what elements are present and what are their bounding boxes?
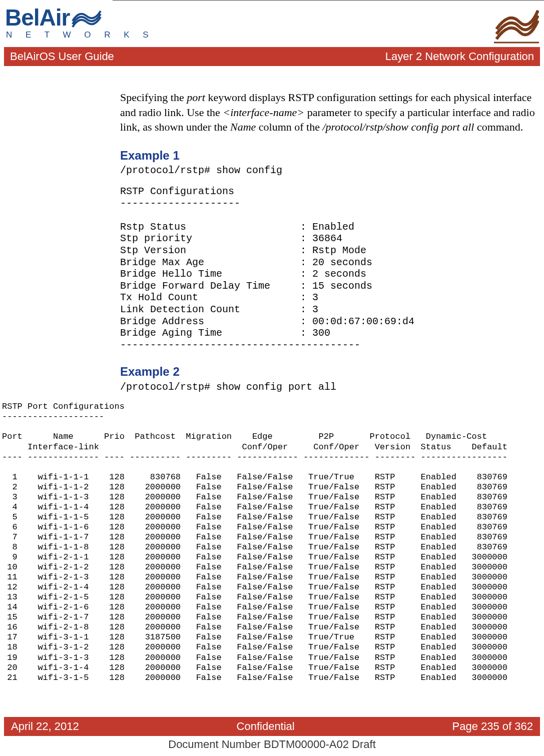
title-bar: BelAirOS User Guide Layer 2 Network Conf… (4, 47, 540, 66)
brand-logo: BelAir N E T W O R K S (5, 4, 154, 40)
page-header: BelAir N E T W O R K S (0, 0, 544, 44)
corner-wave-icon (494, 7, 539, 44)
example2-command: /protocol/rstp# show config port all (120, 381, 538, 393)
brand-name: BelAir (5, 4, 70, 31)
footer-confidential: Confidential (237, 720, 295, 733)
example1-heading: Example 1 (120, 148, 538, 164)
intro-paragraph: Specifying the port keyword displays RST… (120, 90, 538, 135)
footer-page: Page 235 of 362 (452, 720, 533, 733)
rstp-port-table: RSTP Port Configurations ---------------… (0, 393, 544, 682)
example1-command: /protocol/rstp# show config (120, 165, 538, 177)
section-title: Layer 2 Network Configuration (385, 50, 534, 63)
footer-bar: April 22, 2012 Confidential Page 235 of … (4, 717, 540, 736)
footer-date: April 22, 2012 (11, 720, 79, 733)
example2-heading: Example 2 (120, 364, 538, 380)
example1-output: RSTP Configurations --------------------… (120, 186, 538, 351)
brand-subtitle: N E T W O R K S (6, 30, 154, 40)
wave-icon (72, 9, 102, 28)
guide-title: BelAirOS User Guide (10, 50, 114, 63)
document-number: Document Number BDTM00000-A02 Draft (0, 738, 544, 751)
